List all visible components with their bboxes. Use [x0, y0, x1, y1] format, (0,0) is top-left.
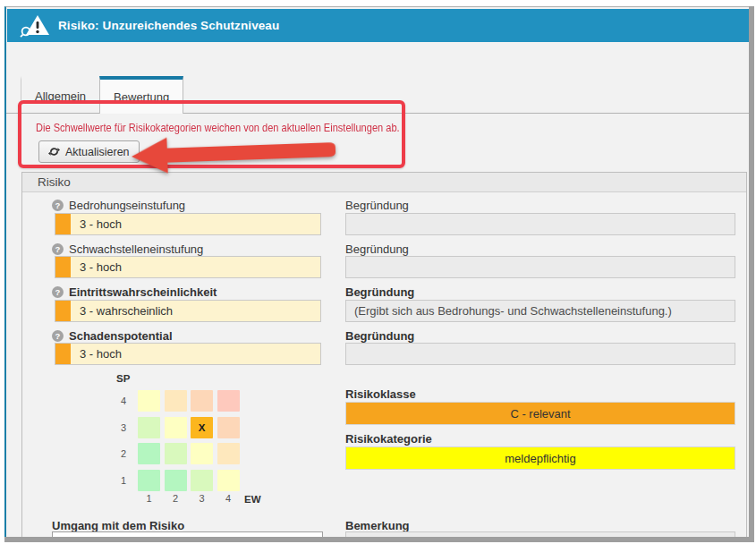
- eintrittswahrscheinlichkeit-select[interactable]: 3 - wahrscheinlich: [55, 300, 321, 322]
- matrix-col-labels: 1234: [138, 493, 240, 504]
- matrix-cell: [165, 390, 187, 412]
- matrix-cell: [138, 417, 160, 438]
- begruendung-label-2: Begründung: [345, 242, 409, 256]
- schadenspotential-select[interactable]: 3 - hoch: [55, 343, 321, 365]
- help-icon[interactable]: ?: [52, 200, 64, 211]
- begruendung-field-4[interactable]: [345, 343, 735, 365]
- matrix-cell: [217, 470, 240, 491]
- risiko-section: Risiko ? Bedrohungseinstufung 3 - hoch B…: [21, 172, 747, 537]
- bedrohungseinstufung-select[interactable]: 3 - hoch: [55, 213, 321, 235]
- matrix-y-axis-label: SP: [116, 373, 130, 384]
- begruendung-field-2[interactable]: [345, 256, 735, 278]
- begruendung-label-3: Begründung: [345, 285, 414, 299]
- matrix-cell: [191, 390, 213, 412]
- matrix-row-labels: 4321: [108, 390, 130, 491]
- matrix-cell: [138, 390, 160, 412]
- begruendung-label-1: Begründung: [345, 198, 409, 212]
- rating-color-chip: [55, 257, 71, 277]
- matrix-cell: [217, 390, 240, 412]
- matrix-cell: [165, 470, 187, 491]
- risk-dialog-window: Risiko: Unzureichendes Schutzniveau Allg…: [4, 6, 749, 537]
- bedrohungseinstufung-label: ? Bedrohungseinstufung: [52, 198, 185, 212]
- matrix-cell: [138, 443, 160, 464]
- help-icon[interactable]: ?: [52, 330, 64, 342]
- risikoklasse-value: C - relevant: [345, 402, 735, 425]
- tab-bar: Allgemein Bewertung: [6, 76, 749, 114]
- matrix-cell: [217, 443, 240, 464]
- tab-bewertung[interactable]: Bewertung: [99, 76, 183, 114]
- rating-color-chip: [55, 214, 71, 234]
- begruendung-label-4: Begründung: [345, 328, 414, 343]
- aktualisieren-button[interactable]: Aktualisieren: [38, 140, 140, 163]
- annotation-arrow-icon: [129, 130, 339, 176]
- risikokategorie-label: Risikokategorie: [345, 432, 432, 446]
- rating-color-chip: [55, 344, 71, 364]
- schwachstelleneinstufung-label: ? Schwachstelleneinstufung: [52, 242, 203, 256]
- begruendung-field-1[interactable]: [345, 213, 735, 235]
- matrix-cell: [217, 417, 240, 438]
- warning-message: Die Schwellwerte für Risikokategorien we…: [36, 121, 400, 134]
- page-title: Risiko: Unzureichendes Schutzniveau: [58, 19, 279, 32]
- title-bar: Risiko: Unzureichendes Schutzniveau: [7, 9, 749, 42]
- risk-matrix: X: [138, 390, 240, 491]
- risikokategorie-value: meldepflichtig: [345, 446, 735, 470]
- risikoklasse-label: Risikoklasse: [345, 387, 416, 401]
- schadenspotential-label: ? Schadenspotential: [52, 328, 173, 343]
- help-icon[interactable]: ?: [52, 243, 64, 255]
- begruendung-field-3[interactable]: (Ergibt sich aus Bedrohungs- und Schwach…: [345, 300, 735, 322]
- horizontal-scrollbar[interactable]: [4, 537, 754, 542]
- risk-warning-search-icon: [20, 14, 50, 38]
- matrix-cell: [165, 443, 187, 464]
- umgang-mit-dem-risiko-label: Umgang mit dem Risiko: [52, 518, 184, 532]
- schwachstelleneinstufung-select[interactable]: 3 - hoch: [55, 256, 321, 278]
- rating-color-chip: [55, 301, 71, 321]
- help-icon[interactable]: ?: [52, 286, 64, 298]
- matrix-cell-selected: X: [191, 417, 213, 438]
- refresh-icon: [48, 146, 60, 157]
- vertical-scrollbar[interactable]: [749, 6, 754, 542]
- eintrittswahrscheinlichkeit-label: ? Eintrittswahrscheinlichkeit: [52, 285, 217, 299]
- matrix-cell: [165, 417, 187, 438]
- page: Risiko: Unzureichendes Schutzniveau Allg…: [0, 0, 756, 544]
- tab-allgemein[interactable]: Allgemein: [21, 76, 99, 113]
- matrix-cell: [138, 470, 160, 491]
- matrix-x-axis-label: EW: [244, 494, 261, 505]
- matrix-cell: [191, 470, 213, 491]
- matrix-cell: [191, 443, 213, 464]
- bemerkung-label: Bemerkung: [345, 518, 410, 532]
